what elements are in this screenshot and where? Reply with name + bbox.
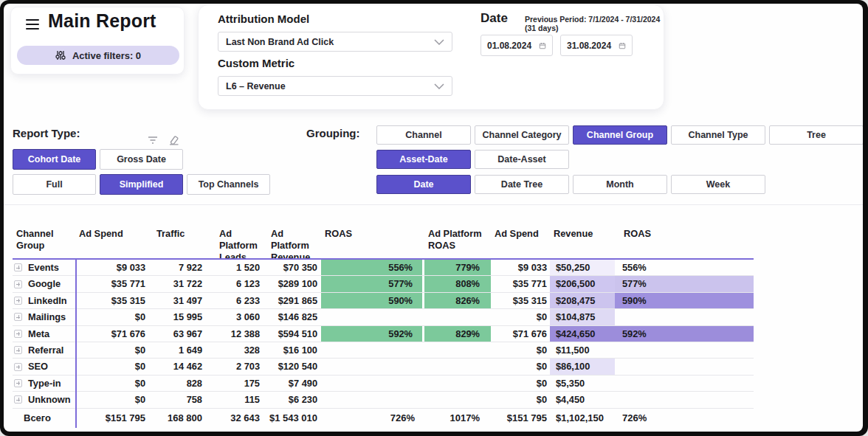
previous-period-text: Previous Period: 7/1/2024 - 7/31/2024 (3… [525, 15, 664, 32]
cell-traffic: 7 922 [153, 260, 216, 275]
cell-channel: Mailings [13, 309, 75, 325]
cell-ap_roas: 779% [424, 260, 491, 275]
grouping-button-channel-type[interactable]: Channel Type [671, 125, 765, 145]
grouping-button-tree[interactable]: Tree [769, 125, 863, 145]
cell-roas2 [615, 376, 754, 391]
cell-ap_revenue: $7 490 [267, 376, 321, 391]
chevron-down-icon [434, 83, 444, 89]
cell-traffic: 828 [153, 376, 216, 391]
cell-roas: 556% [321, 260, 424, 275]
table-row: Google$35 77131 7226 123$289 100577%808%… [13, 276, 754, 292]
table-total: Всего$151 795168 80032 643$1 543 010726%… [13, 409, 754, 427]
channel-name: Mailings [28, 309, 66, 325]
cell-ap_revenue: $120 540 [267, 359, 321, 374]
grouping-button-date-tree[interactable]: Date Tree [475, 175, 569, 194]
cell-channel: LinkedIn [13, 293, 75, 308]
expand-plus-icon[interactable] [14, 379, 22, 387]
report-type-button-top-channels[interactable]: Top Channels [187, 174, 270, 195]
cell-traffic: 1 649 [153, 342, 216, 358]
date-end-field[interactable] [560, 35, 633, 56]
cell-traffic: 758 [153, 392, 216, 407]
cell-revenue: $50,250 [550, 260, 615, 275]
attribution-model-value: Last Non Brand Ad Click [226, 37, 334, 47]
cell-ad_spend: $0 [75, 359, 153, 374]
cell-ad_spend: $35 771 [75, 276, 153, 291]
active-filters-label: Active filters: 0 [72, 50, 141, 61]
report-type-button-gross-date[interactable]: Gross Date [100, 149, 183, 170]
total-cell-traffic: 168 800 [153, 409, 216, 427]
grouping-button-channel[interactable]: Channel [376, 125, 471, 145]
cell-leads: 12 388 [216, 326, 267, 342]
cell-revenue: $11,500 [550, 342, 615, 358]
grouping-button-week[interactable]: Week [671, 175, 765, 194]
calendar-icon[interactable] [619, 41, 626, 50]
column-header-roas2: ROAS [615, 224, 754, 258]
calendar-icon[interactable] [539, 41, 546, 50]
cell-channel: Google [13, 276, 75, 291]
expand-plus-icon[interactable] [14, 363, 22, 371]
total-cell-ap_revenue: $1 543 010 [267, 409, 321, 427]
table-body: Events$9 0337 9221 520$70 350556%779%$9 … [13, 260, 754, 409]
grouping-button-date-asset[interactable]: Date-Asset [475, 150, 569, 169]
custom-metric-select[interactable]: L6 – Revenue [218, 76, 452, 96]
expand-plus-icon[interactable] [14, 297, 22, 305]
table-row: LinkedIn$35 31531 4976 233$291 865590%82… [13, 293, 754, 309]
grouping-button-asset-date[interactable]: Asset-Date [376, 150, 471, 169]
cell-ad_spend: $0 [75, 376, 153, 391]
cell-ap_revenue: $291 865 [267, 293, 321, 308]
column-header-traffic: Traffic [153, 224, 216, 258]
expand-plus-icon[interactable] [14, 280, 22, 288]
column-header-roas: ROAS [321, 224, 424, 258]
grouping-button-channel-group[interactable]: Channel Group [573, 125, 667, 145]
date-start-input[interactable] [487, 41, 539, 51]
cell-ad_spend2: $71 676 [491, 326, 550, 342]
cell-ad_spend2: $35 315 [491, 293, 550, 308]
report-type-button-full[interactable]: Full [13, 174, 96, 195]
total-cell-channel: Всего [13, 409, 75, 427]
cell-channel: Events [13, 260, 75, 275]
menu-hamburger-icon[interactable] [26, 19, 39, 30]
report-page: Main Report Active filters: 0 Attributio… [4, 4, 863, 432]
expand-plus-icon[interactable] [14, 330, 22, 338]
table-row: Mailings$015 9953 060$146 825$0$104,875 [13, 309, 754, 325]
report-table: Channel GroupAd SpendTrafficAd Platform … [13, 224, 754, 427]
grouping-button-date[interactable]: Date [376, 175, 471, 194]
chevron-down-icon [434, 39, 444, 45]
attribution-model-label: Attribution Model [218, 13, 309, 25]
cell-traffic: 14 462 [153, 359, 216, 374]
cell-channel: SEO [13, 359, 75, 374]
expand-plus-icon[interactable] [14, 346, 22, 354]
grouping-button-month[interactable]: Month [573, 175, 667, 194]
report-type-button-simplified[interactable]: Simplified [100, 174, 183, 195]
cell-ad_spend: $9 033 [75, 260, 153, 275]
cell-ap_revenue: $70 350 [267, 260, 321, 275]
table-row: SEO$014 4622 703$120 540$0$86,100 [13, 359, 754, 375]
filter-lines-icon[interactable] [147, 135, 159, 145]
cell-ad_spend2: $0 [491, 376, 550, 391]
cell-roas2 [615, 342, 754, 358]
cell-traffic: 31 722 [153, 276, 216, 291]
cell-ad_spend2: $0 [491, 392, 550, 407]
page-title: Main Report [48, 10, 156, 32]
grouping-button-channel-category[interactable]: Channel Category [475, 125, 569, 145]
cell-channel: Type-in [13, 376, 75, 391]
date-end-input[interactable] [567, 41, 619, 51]
channel-name: Referral [28, 342, 63, 358]
cell-ad_spend: $0 [75, 392, 153, 407]
report-type-button-cohort-date[interactable]: Cohort Date [13, 149, 96, 170]
section-divider [4, 204, 863, 205]
expand-plus-icon[interactable] [14, 395, 22, 404]
cell-ap_revenue: $16 100 [267, 342, 321, 358]
expand-plus-icon[interactable] [14, 263, 22, 271]
date-start-field[interactable] [480, 35, 553, 56]
app-window: Main Report Active filters: 0 Attributio… [0, 0, 868, 436]
expand-plus-icon[interactable] [14, 313, 22, 321]
channel-name: Events [28, 260, 59, 275]
cell-revenue: $208,475 [550, 293, 615, 308]
cell-ap_roas [424, 392, 491, 407]
active-filters-pill[interactable]: Active filters: 0 [17, 46, 179, 65]
channel-name: Meta [28, 326, 49, 342]
eraser-icon[interactable] [168, 134, 179, 145]
custom-metric-label: Custom Metric [218, 57, 294, 69]
attribution-model-select[interactable]: Last Non Brand Ad Click [218, 32, 452, 52]
